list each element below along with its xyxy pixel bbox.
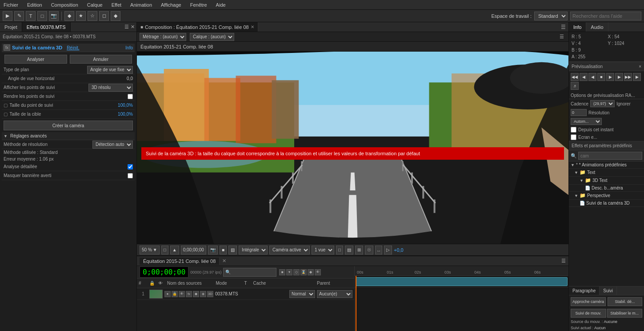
create-camera-button[interactable]: Créer la caméra [4,121,133,130]
tab-effets[interactable]: Effets 00378.MTS [22,22,71,32]
menu-animation[interactable]: Animation [128,1,154,8]
prev-step-back-btn[interactable]: ◀ [580,73,588,81]
effects-search-input[interactable] [578,152,642,160]
toolbar-btn-cam[interactable]: 📷 [49,11,59,21]
taille-cible-value[interactable]: 100,0% [118,112,133,117]
stabil-btn[interactable]: Stabil. dé... [608,297,642,306]
prev-last-btn[interactable]: ▶▶ [624,73,632,81]
toolbar-btn-eraser[interactable]: ◻ [99,11,109,21]
prev-loop-btn[interactable]: ▶ [633,73,641,81]
tl-btn-graph[interactable]: ⌛ [300,269,307,275]
timecode-display-tl[interactable]: 0;00;00;00 [140,266,188,278]
reinit-link[interactable]: Réinit. [67,45,79,50]
tl-btn-key[interactable]: ◇ [293,269,300,275]
resolution-select[interactable]: Autom... [571,118,602,125]
color-btn[interactable]: ■ [220,246,227,254]
footage-menu-icon[interactable]: ☰ [560,34,564,39]
cadence-select[interactable]: (29,97) [590,100,615,107]
search-input[interactable] [570,12,641,20]
timeline-close[interactable]: ✕ [222,258,226,264]
mode-select[interactable]: Intégrale [239,246,268,254]
preview-close-icon[interactable]: × [639,64,641,69]
stabiliser-btn[interactable]: Stabiliser le m... [607,309,643,318]
comp-menu-icon[interactable]: ☰ [561,24,566,30]
panel-close-icon[interactable]: ✕ [131,24,135,30]
comp-tab-main[interactable]: ■ Composition : Équitation 2015-21 Comp.… [137,22,258,32]
detailed-analysis-checkbox[interactable] [128,164,133,170]
layer-mode-select[interactable]: Normal [289,290,315,298]
toolbar-btn-mask[interactable]: ◆ [64,11,74,21]
comp-tab-close[interactable]: ✕ [251,24,254,29]
tab-projet[interactable]: Projet [0,22,22,32]
prev-first-btn[interactable]: ◀◀ [571,73,579,81]
menu-fichier[interactable]: Fichier [2,1,20,8]
layer-motion[interactable]: ◆ [193,291,199,297]
layer-adjust[interactable]: ◈ [200,291,206,297]
prev-audio-btn[interactable]: ♬ [571,82,579,90]
depuis-checkbox[interactable] [571,127,576,133]
menu-aide[interactable]: Aide [214,1,228,8]
cancel-button[interactable]: Annuler [70,55,132,64]
toolbar-btn-text[interactable]: T [26,11,36,21]
prev-stop-btn[interactable]: ■ [597,73,605,81]
text-folder[interactable]: ▼ 📁 Text [569,169,644,177]
menu-edition[interactable]: Edition [25,1,44,8]
tab-info[interactable]: Info [569,22,586,32]
prev-step-fwd-btn[interactable]: ▶ [615,73,623,81]
zoom-select-btn[interactable]: 50 % ▼ [140,246,160,254]
desc-item[interactable]: 📄 Desc. b...améra [569,185,644,192]
timeline-tab-main[interactable]: Équitation 2015-21 Comp. liée 08 [140,258,220,265]
layer-3d[interactable]: 3D [207,291,213,297]
tl-btn-lock[interactable]: ◆ [308,269,314,275]
menu-fenetre[interactable]: Fenêtre [188,1,209,8]
toolbar-btn-brush[interactable]: ★ [76,11,86,21]
prev-back-btn[interactable]: ◀ [588,73,596,81]
method-resolution-select[interactable]: Détection auto [92,141,133,149]
timeline-search[interactable] [223,268,276,277]
layer-effects[interactable]: fx [186,291,192,297]
reset-btn[interactable]: ▷ [384,246,392,254]
taille-point-value[interactable]: 100,0% [118,103,133,108]
tab-paragraphe[interactable]: Paragraphe [569,287,600,295]
layer-vis[interactable]: 👁 [179,291,185,297]
workspace-select[interactable]: Standard [534,12,568,20]
snap-btn[interactable]: ▲ [170,246,179,254]
metrage-select[interactable]: Métrage : (aucun) [140,33,186,41]
afficher-select[interactable]: 3D résolu [88,84,133,92]
track-clip-1[interactable] [356,277,568,286]
advanced-header[interactable]: ▼ Réglages avancés [2,132,135,140]
toolbar-btn-select[interactable]: ▶ [3,11,12,21]
menu-affichage[interactable]: Affichage [159,1,183,8]
view-options-btn[interactable]: □ [336,246,343,254]
tl-btn-hide[interactable]: 👁 [315,269,321,275]
info-link[interactable]: Info [125,45,133,50]
channel-btn[interactable]: ☉ [365,246,373,254]
menu-calque[interactable]: Calque [85,1,104,8]
approche-btn[interactable]: Approche caméra [571,297,606,306]
snapshot-btn[interactable]: 📷 [208,246,218,254]
tab-audio[interactable]: Audio [586,22,608,32]
menu-effet[interactable]: Effet [110,1,123,8]
suivi-mouv-btn[interactable]: Suivi de mouv. [571,309,606,318]
suivi-item[interactable]: 📄 Suivi de la caméra 3D [569,200,644,207]
menu-composition[interactable]: Composition [49,1,80,8]
layer-parent-select[interactable]: Aucun(e) [317,290,352,298]
animations-folder[interactable]: ▼ * * Animations prédéfinies [569,161,644,169]
timecode-display[interactable]: 0;00;00;00 [181,246,206,254]
type-de-plan-select[interactable]: Angle de vue fixe [87,66,133,74]
panel-menu-icon[interactable]: ☰ [124,24,129,30]
grid-btn[interactable]: ⊞ [355,246,363,254]
toolbar-btn-puppet[interactable]: ◆ [111,11,120,21]
toolbar-btn-pen[interactable]: ✎ [14,11,24,21]
timeline-menu-icon[interactable]: ☰ [561,258,566,263]
ecran-checkbox[interactable] [571,134,576,140]
rendre-checkbox[interactable] [128,94,133,99]
ruler-btn[interactable]: ⎵ [375,246,382,254]
transparency-btn[interactable]: ▧ [228,246,237,254]
layer-lock[interactable]: 🔒 [172,291,178,297]
playhead[interactable] [356,276,356,331]
layer-solo[interactable]: ● [164,291,171,297]
analyze-button[interactable]: Analyser [4,55,67,64]
fit-view-btn[interactable]: □ [161,246,168,254]
views-select[interactable]: 1 vue [312,246,334,254]
